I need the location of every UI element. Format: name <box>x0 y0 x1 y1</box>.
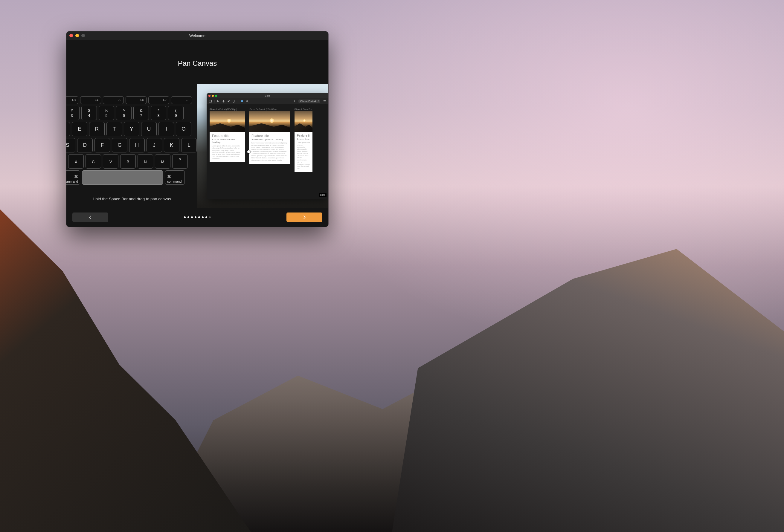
key-letter: O <box>176 122 191 136</box>
chevron-right-icon <box>303 215 306 219</box>
pointer-icon <box>217 100 220 102</box>
globe-icon <box>241 100 243 102</box>
key-letter: K <box>164 138 179 152</box>
key-letter: G <box>112 138 128 152</box>
svg-rect-7 <box>324 101 326 101</box>
key-letter: T <box>107 122 122 136</box>
page-dots <box>184 216 211 218</box>
page-heading: Pan Canvas <box>66 59 328 67</box>
key-letter: L <box>181 138 197 152</box>
key-num: ^6 <box>116 106 132 120</box>
drag-handle-icon <box>247 150 250 153</box>
next-button[interactable] <box>286 212 322 222</box>
svg-rect-2 <box>233 100 235 102</box>
key-command-left: ⌘command <box>66 170 80 185</box>
key-letter: <, <box>172 154 188 169</box>
device-icon <box>232 100 235 102</box>
pen-icon <box>227 100 230 102</box>
zoom-badge: 80% <box>319 193 327 197</box>
svg-rect-0 <box>209 100 212 102</box>
page-dot[interactable] <box>198 216 200 218</box>
sidebar-icon <box>209 100 212 102</box>
svg-point-3 <box>241 100 243 102</box>
page-dot[interactable] <box>184 216 186 218</box>
device-preview: iPhone 7 – Portrait (375x667px) Feature … <box>249 108 290 196</box>
preview-pane: Solis | | + iP <box>197 84 328 208</box>
key-fn: F8 <box>171 96 192 104</box>
key-letter: N <box>138 154 153 169</box>
key-letter: J <box>146 138 162 152</box>
menu-icon <box>323 100 326 102</box>
key-letter: Y <box>124 122 139 136</box>
key-letter: F <box>94 138 110 152</box>
key-letter: R <box>89 122 105 136</box>
device-select: iPhone Portrait <box>299 99 320 103</box>
key-letter: V <box>103 154 118 169</box>
key-num: %5 <box>99 106 114 120</box>
key-fn: F7 <box>148 96 169 104</box>
preview-app-title: Solis <box>206 94 328 97</box>
key-fn: F6 <box>125 96 146 104</box>
titlebar[interactable]: Welcome <box>66 31 328 40</box>
page-dot[interactable] <box>202 216 204 218</box>
key-spacebar <box>82 170 163 185</box>
key-letter: U <box>141 122 157 136</box>
key-letter: I <box>159 122 174 136</box>
chevron-left-icon <box>88 215 92 219</box>
key-letter: B <box>120 154 136 169</box>
plus-icon: + <box>293 99 296 103</box>
key-fn: F3 <box>66 96 78 104</box>
previous-button[interactable] <box>72 212 108 222</box>
key-num: *8 <box>151 106 166 120</box>
window-title: Welcome <box>66 33 328 38</box>
move-icon <box>222 100 225 102</box>
key-letter: C <box>85 154 101 169</box>
key-letter: W <box>66 122 70 136</box>
keyboard-illustration: F3 F4 F5 F6 F7 F8 #3 $4 %5 ^6 &7 *8 (9 <box>66 84 197 208</box>
key-fn: F5 <box>103 96 124 104</box>
search-icon <box>246 100 249 102</box>
welcome-window: Welcome Pan Canvas F3 F4 F5 F6 F7 F8 #3 … <box>66 31 328 227</box>
key-letter: S <box>66 138 75 152</box>
device-preview: iPhone 7 Plus – Port Feature ti A more d… <box>295 108 312 196</box>
key-letter: E <box>72 122 87 136</box>
svg-point-4 <box>246 100 248 101</box>
device-preview: iPhone 6 – Portrait (320x568px) Feature … <box>209 108 245 196</box>
svg-rect-6 <box>324 100 326 100</box>
key-letter: D <box>77 138 93 152</box>
page-dot[interactable] <box>191 216 193 218</box>
key-fn: F4 <box>80 96 101 104</box>
page-dot[interactable] <box>188 216 189 218</box>
key-letter: H <box>129 138 145 152</box>
preview-toolbar: | | + iPhone Portrait <box>206 98 328 104</box>
key-num: &7 <box>133 106 149 120</box>
key-letter: M <box>155 154 170 169</box>
key-letter: X <box>68 154 84 169</box>
key-command-right: ⌘command <box>165 170 185 185</box>
svg-rect-8 <box>324 101 326 102</box>
key-num: (9 <box>168 106 184 120</box>
hint-text: Hold the Space Bar and drag to pan canva… <box>66 190 197 208</box>
page-dot-active[interactable] <box>205 216 207 218</box>
svg-line-5 <box>247 101 248 102</box>
page-dot[interactable] <box>209 216 211 218</box>
key-num: $4 <box>81 106 97 120</box>
page-dot[interactable] <box>195 216 196 218</box>
key-num: #3 <box>66 106 80 120</box>
preview-app-window: Solis | | + iP <box>206 93 328 199</box>
